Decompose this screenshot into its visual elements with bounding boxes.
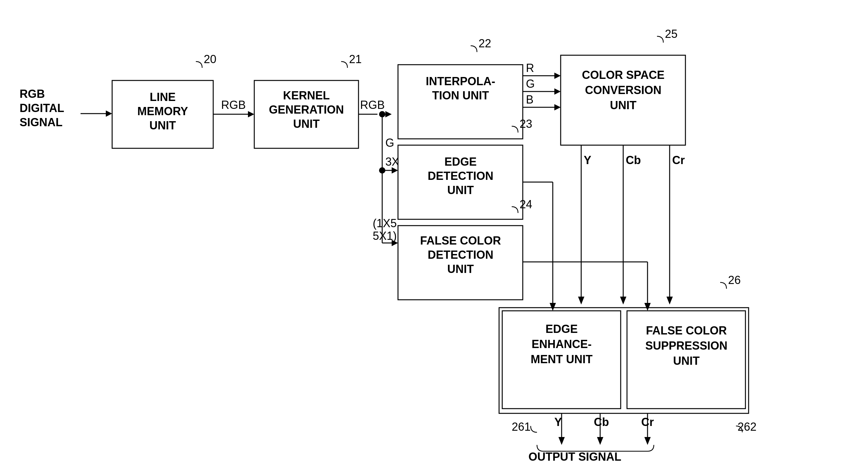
ref-26: 26 xyxy=(728,274,741,287)
ref-21: 21 xyxy=(349,53,362,66)
arrow-rgb-2: RGB xyxy=(360,98,385,111)
svg-text:MENT UNIT: MENT UNIT xyxy=(531,353,593,366)
interpolation-label: INTERPOLA- xyxy=(426,75,495,88)
arrow-b: B xyxy=(526,93,533,106)
svg-text:UNIT: UNIT xyxy=(610,99,637,112)
svg-text:ENHANCE-: ENHANCE- xyxy=(532,338,592,351)
svg-text:GENERATION: GENERATION xyxy=(269,103,344,116)
ref-20: 20 xyxy=(204,53,216,66)
ref-25: 25 xyxy=(665,28,678,40)
edge-enhance-label: EDGE xyxy=(546,323,578,335)
label-cr-1: Cr xyxy=(672,154,685,167)
svg-text:UNIT: UNIT xyxy=(293,118,320,130)
svg-text:CONVERSION: CONVERSION xyxy=(585,84,661,97)
output-signal-label: OUTPUT SIGNAL xyxy=(528,450,621,463)
svg-text:DETECTION: DETECTION xyxy=(428,169,493,182)
svg-text:SUPPRESSION: SUPPRESSION xyxy=(645,339,727,352)
svg-text:SIGNAL: SIGNAL xyxy=(20,116,63,129)
diagram-container: RGB DIGITAL SIGNAL LINE MEMORY UNIT 20 R… xyxy=(0,0,868,467)
arrow-rgb-1: RGB xyxy=(221,98,246,111)
svg-text:DETECTION: DETECTION xyxy=(428,248,493,261)
svg-text:DIGITAL: DIGITAL xyxy=(20,102,64,114)
edge-detection-label: EDGE xyxy=(444,155,477,168)
ref-262: 262 xyxy=(738,420,756,433)
ref-24: 24 xyxy=(520,198,532,211)
label-y-out: Y xyxy=(554,415,562,429)
svg-text:UNIT: UNIT xyxy=(673,354,700,367)
label-g: G xyxy=(385,136,394,149)
arrow-g: G xyxy=(526,77,535,90)
svg-text:UNIT: UNIT xyxy=(447,263,474,275)
label-5x1: 5X1) xyxy=(373,229,397,242)
ref-261: 261 xyxy=(512,420,531,433)
false-color-detect-label: FALSE COLOR xyxy=(420,234,501,247)
svg-text:UNIT: UNIT xyxy=(149,119,176,132)
kernel-gen-label: KERNEL xyxy=(283,89,330,102)
line-memory-label: LINE xyxy=(150,91,176,103)
label-cr-out: Cr xyxy=(641,415,654,429)
svg-text:TION UNIT: TION UNIT xyxy=(432,89,489,102)
svg-text:MEMORY: MEMORY xyxy=(137,105,188,118)
input-label: RGB xyxy=(20,88,45,100)
label-cb-out: Cb xyxy=(594,415,609,429)
svg-text:UNIT: UNIT xyxy=(447,184,474,197)
false-color-suppress-label: FALSE COLOR xyxy=(646,324,727,337)
label-1x5: (1X5, xyxy=(373,217,400,230)
label-cb-1: Cb xyxy=(626,154,641,167)
arrow-r: R xyxy=(526,62,534,74)
ref-23: 23 xyxy=(520,118,532,130)
color-space-label: COLOR SPACE xyxy=(582,68,664,81)
label-y-1: Y xyxy=(584,154,591,167)
ref-22: 22 xyxy=(478,37,491,50)
